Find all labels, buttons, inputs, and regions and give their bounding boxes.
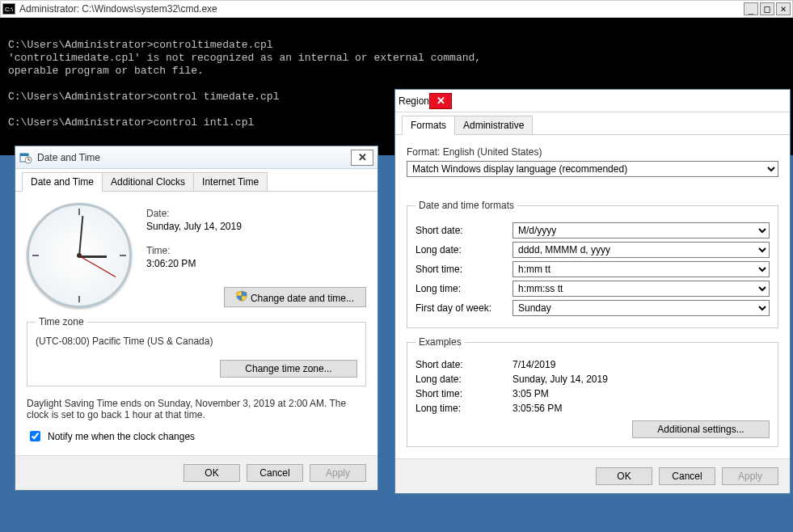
long-time-label: Long time: <box>415 283 512 294</box>
ex-long-time-value: 3:05:56 PM <box>512 403 770 414</box>
date-label: Date: <box>146 208 366 219</box>
additional-settings-button[interactable]: Additional settings... <box>632 420 770 438</box>
examples-legend: Examples <box>415 336 465 348</box>
cmd-titlebar[interactable]: C:\ Administrator: C:\Windows\system32\c… <box>0 0 793 18</box>
time-value: 3:06:20 PM <box>146 258 366 269</box>
analog-clock <box>27 203 132 308</box>
cmd-icon: C:\ <box>2 3 15 15</box>
shield-icon <box>236 290 247 302</box>
apply-button[interactable]: Apply <box>722 467 778 485</box>
dt-formats-legend: Date and time formats <box>415 200 517 211</box>
date-time-titlebar[interactable]: Date and Time ✕ <box>15 146 378 169</box>
tab-additional-clocks[interactable]: Additional Clocks <box>102 172 194 191</box>
change-date-time-button[interactable]: Change date and time... <box>224 287 366 307</box>
ok-button[interactable]: OK <box>596 467 652 485</box>
tab-internet-time[interactable]: Internet Time <box>193 172 268 191</box>
ex-long-date-label: Long date: <box>415 374 512 385</box>
cmd-title: Administrator: C:\Windows\system32\cmd.e… <box>19 3 744 15</box>
date-time-title: Date and Time <box>37 152 351 163</box>
time-label: Time: <box>146 245 366 256</box>
format-label: Format: English (United States) <box>407 146 778 158</box>
short-time-select[interactable]: h:mm tt <box>512 261 770 277</box>
ex-long-time-label: Long time: <box>415 403 512 414</box>
short-date-select[interactable]: M/d/yyyy <box>512 222 770 239</box>
short-time-label: Short time: <box>415 264 512 275</box>
first-day-label: First day of week: <box>415 302 512 314</box>
notify-label: Notify me when the clock changes <box>48 431 195 442</box>
maximize-button[interactable]: □ <box>760 2 774 15</box>
long-time-select[interactable]: h:mm:ss tt <box>512 281 770 297</box>
cancel-button[interactable]: Cancel <box>247 464 303 482</box>
region-body: Format: English (United States) Match Wi… <box>395 135 790 458</box>
first-day-select[interactable]: Sunday <box>512 300 770 316</box>
format-select[interactable]: Match Windows display language (recommen… <box>407 161 778 177</box>
tab-date-and-time[interactable]: Date and Time <box>22 172 103 192</box>
calendar-clock-icon <box>19 151 32 164</box>
date-time-body: Date: Sunday, July 14, 2019 Time: 3:06:2… <box>15 192 378 455</box>
dst-note: Daylight Saving Time ends on Sunday, Nov… <box>27 398 366 420</box>
region-titlebar[interactable]: Region ✕ <box>395 90 790 112</box>
region-buttons: OK Cancel Apply <box>395 458 790 493</box>
apply-button[interactable]: Apply <box>310 464 366 482</box>
short-date-label: Short date: <box>415 225 512 236</box>
tab-administrative[interactable]: Administrative <box>454 116 533 134</box>
timezone-section: Time zone (UTC-08:00) Pacific Time (US &… <box>27 316 366 386</box>
svg-rect-1 <box>20 154 28 156</box>
examples-group: Examples Short date: 7/14/2019 Long date… <box>407 336 778 447</box>
date-time-formats-group: Date and time formats Short date: M/d/yy… <box>407 200 778 328</box>
ex-short-time-value: 3:05 PM <box>512 388 770 399</box>
close-button[interactable]: ✕ <box>429 93 452 109</box>
ex-short-date-value: 7/14/2019 <box>512 359 770 370</box>
ex-short-time-label: Short time: <box>415 388 512 399</box>
date-value: Sunday, July 14, 2019 <box>146 221 366 232</box>
ex-short-date-label: Short date: <box>415 359 512 370</box>
long-date-select[interactable]: dddd, MMMM d, yyyy <box>512 242 770 258</box>
region-tabs: Formats Administrative <box>395 112 790 135</box>
long-date-label: Long date: <box>415 244 512 255</box>
timezone-legend: Time zone <box>36 316 87 327</box>
date-time-dialog: Date and Time ✕ Date and Time Additional… <box>15 146 378 491</box>
ex-long-date-value: Sunday, July 14, 2019 <box>512 374 770 385</box>
change-date-time-label: Change date and time... <box>251 293 354 304</box>
change-timezone-button[interactable]: Change time zone... <box>220 360 357 378</box>
close-button[interactable]: ✕ <box>351 150 373 166</box>
notify-checkbox[interactable] <box>30 431 40 441</box>
timezone-value: (UTC-08:00) Pacific Time (US & Canada) <box>36 336 357 347</box>
ok-button[interactable]: OK <box>183 464 240 482</box>
minimize-button[interactable]: _ <box>744 2 758 15</box>
date-time-buttons: OK Cancel Apply <box>15 455 378 490</box>
date-time-tabs: Date and Time Additional Clocks Internet… <box>15 169 378 192</box>
region-title: Region <box>399 95 429 107</box>
region-dialog: Region ✕ Formats Administrative Format: … <box>394 89 791 494</box>
cancel-button[interactable]: Cancel <box>659 467 715 485</box>
close-button[interactable]: × <box>776 2 791 15</box>
tab-formats[interactable]: Formats <box>402 116 455 135</box>
